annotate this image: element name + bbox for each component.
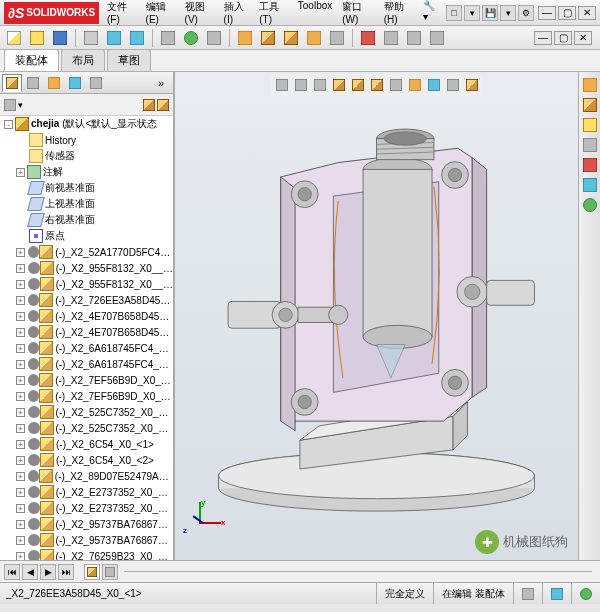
print-btn[interactable]	[81, 28, 101, 48]
filter-arrow-icon[interactable]: ▾	[18, 100, 23, 110]
expand-icon[interactable]: +	[16, 488, 25, 497]
display-tab[interactable]	[86, 74, 106, 92]
maximize-btn[interactable]: ▢	[558, 6, 576, 20]
open-btn[interactable]: ▾	[464, 5, 480, 21]
display-pane-icon[interactable]	[143, 99, 155, 111]
tree-item[interactable]: +(-)_X2_E2737352_X0__<2	[0, 500, 173, 516]
tree-item[interactable]: +(-)_X2_7EF56B9D_X0__T0	[0, 388, 173, 404]
tb-btn-b[interactable]	[327, 28, 347, 48]
scene-btn[interactable]	[425, 76, 443, 94]
feature-tree[interactable]: -chejia (默认<默认_显示状态History传感器+注解前视基准面上视基…	[0, 116, 173, 560]
display-style-btn[interactable]	[368, 76, 386, 94]
tree-item[interactable]: +(-)_X2_52A1770D5FC49F9	[0, 244, 173, 260]
filter-btn[interactable]	[204, 28, 224, 48]
section-btn[interactable]	[330, 76, 348, 94]
open-doc-btn[interactable]	[27, 28, 47, 48]
task-appearance-btn[interactable]	[581, 156, 599, 174]
doc-min-btn[interactable]: —	[534, 31, 552, 45]
tree-item[interactable]: +(-)_X2_6C54_X0_<2>	[0, 452, 173, 468]
tree-item[interactable]: +(-)_X2_4E707B658D45_X0	[0, 308, 173, 324]
filter-icon[interactable]	[4, 99, 16, 111]
view-orient-btn[interactable]	[349, 76, 367, 94]
expand-icon[interactable]: +	[16, 264, 25, 273]
menu-edit[interactable]: 编辑(E)	[142, 0, 179, 27]
task-forum-btn[interactable]	[581, 196, 599, 214]
task-custom-props-btn[interactable]	[581, 176, 599, 194]
tree-item[interactable]: +(-)_X2_6A618745FC4_X0_	[0, 356, 173, 372]
undo-btn[interactable]	[104, 28, 124, 48]
expand-icon[interactable]: +	[16, 376, 25, 385]
task-view-palette-btn[interactable]	[581, 136, 599, 154]
minimize-btn[interactable]: —	[538, 6, 556, 20]
tree-item[interactable]: +(-)_X2_95737BA76867_X0	[0, 532, 173, 548]
expand-icon[interactable]: +	[16, 328, 25, 337]
menu-help[interactable]: 帮助(H)	[380, 0, 418, 27]
rebuild-btn[interactable]: ▾	[500, 5, 516, 21]
property-tab[interactable]	[23, 74, 43, 92]
expand-icon[interactable]: +	[16, 440, 25, 449]
expand-icon[interactable]: +	[16, 312, 25, 321]
task-design-lib-btn[interactable]	[581, 96, 599, 114]
tree-item[interactable]: 前视基准面	[0, 180, 173, 196]
feature-tree-tab[interactable]	[2, 74, 22, 92]
menu-insert[interactable]: 插入(I)	[220, 0, 254, 27]
materials-btn[interactable]	[258, 28, 278, 48]
config-tab[interactable]	[44, 74, 64, 92]
expand-icon[interactable]: +	[16, 408, 25, 417]
tb-btn-e[interactable]	[404, 28, 424, 48]
tb-btn-c[interactable]	[358, 28, 378, 48]
tree-item[interactable]: +注解	[0, 164, 173, 180]
expand-icon[interactable]: +	[16, 552, 25, 561]
expand-icon[interactable]: +	[16, 456, 25, 465]
hide-show-btn[interactable]	[387, 76, 405, 94]
view-triad[interactable]: y x z	[181, 502, 221, 542]
expand-icon[interactable]: +	[16, 392, 25, 401]
tree-item[interactable]: +(-)_X2_6A618745FC4_X0_	[0, 340, 173, 356]
tree-item[interactable]: +(-)_X2_7EF56B9D_X0__T0	[0, 372, 173, 388]
tree-item[interactable]: +(-)_X2_95737BA76867_X0	[0, 516, 173, 532]
task-explorer-btn[interactable]	[581, 116, 599, 134]
tree-item[interactable]: +(-)_X2_525C7352_X0__A_	[0, 420, 173, 436]
tb-btn-d[interactable]	[381, 28, 401, 48]
graphics-viewport[interactable]: y x z ✚ 机械图纸狗	[175, 72, 578, 560]
render-btn[interactable]	[463, 76, 481, 94]
tree-item[interactable]: +(-)_X2_4E707B658D45_X0	[0, 324, 173, 340]
new-doc-btn[interactable]	[4, 28, 24, 48]
tree-item[interactable]: +(-)_X2_E2737352_X0__<1	[0, 484, 173, 500]
expand-icon[interactable]: +	[16, 504, 25, 513]
view-settings-btn[interactable]	[444, 76, 462, 94]
options-btn[interactable]: ⚙	[518, 5, 534, 21]
select-btn[interactable]	[158, 28, 178, 48]
tb-btn-a[interactable]	[304, 28, 324, 48]
tree-item[interactable]: +(-)_X2_525C7352_X0_<1>	[0, 404, 173, 420]
menu-window[interactable]: 窗口(W)	[338, 0, 377, 27]
edit-appear-btn[interactable]	[406, 76, 424, 94]
zoom-area-btn[interactable]	[292, 76, 310, 94]
tree-item[interactable]: +(-)_X2_955F8132_X0__X2	[0, 276, 173, 292]
doc-close-btn[interactable]: ✕	[574, 31, 592, 45]
save-btn[interactable]: 💾	[482, 5, 498, 21]
expand-icon[interactable]: +	[16, 344, 25, 353]
tree-item[interactable]: +(-)_X2_76259B23_X0__X2	[0, 548, 173, 560]
sheet-next-btn[interactable]: ▶	[40, 564, 56, 580]
zoom-fit-btn[interactable]	[273, 76, 291, 94]
expand-icon[interactable]: -	[4, 120, 13, 129]
tree-item[interactable]: +(-)_X2_89D07E52479A7802	[0, 468, 173, 484]
status-tags-btn[interactable]	[542, 583, 571, 604]
tree-item[interactable]: History	[0, 132, 173, 148]
status-units-btn[interactable]	[513, 583, 542, 604]
expand-icon[interactable]: +	[16, 248, 25, 257]
ribbon-tab-assembly[interactable]: 装配体	[4, 49, 59, 71]
task-resources-btn[interactable]	[581, 76, 599, 94]
tree-item[interactable]: +(-)_X2_955F8132_X0__X2	[0, 260, 173, 276]
expand-icon[interactable]: +	[16, 520, 25, 529]
redo-btn[interactable]	[127, 28, 147, 48]
expand-icon[interactable]: +	[16, 168, 25, 177]
menu-dropdown-icon[interactable]: 🔧▾	[419, 0, 442, 27]
expand-icon[interactable]: +	[16, 536, 25, 545]
rebuild-btn2[interactable]	[181, 28, 201, 48]
menu-file[interactable]: 文件(F)	[103, 0, 140, 27]
menu-toolbox[interactable]: Toolbox	[294, 0, 336, 27]
expand-icon[interactable]: +	[16, 472, 25, 481]
tree-item[interactable]: 右视基准面	[0, 212, 173, 228]
